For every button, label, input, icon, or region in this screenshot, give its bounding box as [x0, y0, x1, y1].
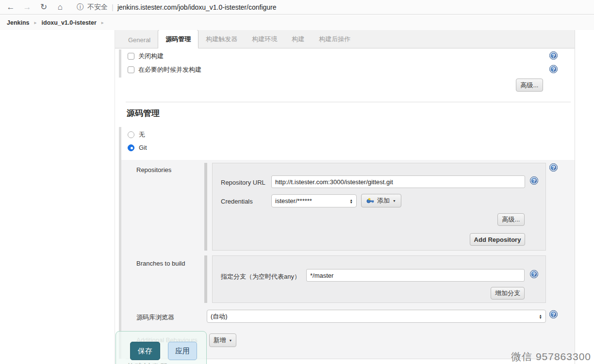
info-icon[interactable]: ⓘ [77, 3, 83, 12]
disable-build-label: 关闭构建 [138, 52, 164, 61]
tab-post-build-actions[interactable]: 构建后操作 [312, 30, 358, 48]
add-branch-button[interactable]: 增加分支 [491, 287, 525, 300]
help-icon[interactable]: ? [549, 65, 558, 73]
add-credentials-button[interactable]: 添加 ▼ [361, 194, 401, 207]
concurrent-build-label: 在必要的时候并发构建 [138, 65, 201, 74]
help-icon[interactable]: ? [549, 51, 558, 60]
tab-source-code-management[interactable]: 源码管理 [158, 30, 198, 48]
tab-general[interactable]: General [121, 32, 158, 48]
repository-url-label: Repository URL [221, 179, 265, 186]
watermark-text: 微信 957863300 [511, 350, 591, 364]
scm-git-label: Git [139, 144, 147, 151]
add-behaviour-label: 新增 [214, 336, 226, 345]
configure-panel: General 源码管理 构建触发器 构建环境 构建 构建后操作 关闭构建 ? … [115, 30, 575, 364]
scm-none-radio[interactable] [128, 131, 134, 138]
select-spinner-icon: ▲▼ [539, 314, 542, 319]
scm-git-radio[interactable] [128, 144, 134, 151]
scm-none-row: 无 [128, 130, 145, 139]
repository-panel: Repository URL ? Credentials istester/**… [212, 163, 546, 251]
add-repository-button[interactable]: Add Repository [470, 233, 525, 246]
config-tabbar: General 源码管理 构建触发器 构建环境 构建 构建后操作 [115, 30, 575, 48]
disable-build-row: 关闭构建 [128, 52, 164, 61]
help-icon[interactable]: ? [549, 310, 558, 318]
breadcrumb-arrow-icon: ▸ [101, 20, 104, 25]
save-button[interactable]: 保存 [130, 342, 160, 360]
concurrent-build-checkbox[interactable] [128, 66, 134, 73]
branch-indicator-bar [204, 255, 207, 303]
credentials-value: istester/****** [275, 197, 312, 205]
disable-build-checkbox[interactable] [128, 53, 134, 60]
back-icon[interactable]: ← [6, 2, 16, 12]
repository-url-input[interactable] [271, 175, 525, 188]
repo-browser-select[interactable]: (自动) ▲▼ [207, 310, 546, 323]
section-divider [126, 102, 571, 102]
forward-icon[interactable]: → [22, 2, 32, 12]
repo-browser-label: 源码库浏览器 [136, 313, 174, 322]
branch-specifier-label: 指定分支（为空时代表any） [221, 272, 300, 281]
branch-panel: 指定分支（为空时代表any） ? 增加分支 [212, 255, 546, 303]
credentials-select[interactable]: istester/****** ▲▼ [271, 194, 357, 207]
save-apply-panel: 保存 应用 [116, 331, 207, 364]
add-behaviour-button[interactable]: 新增 ▼ [209, 333, 236, 347]
tab-build[interactable]: 构建 [284, 30, 312, 48]
add-credentials-label: 添加 [377, 196, 390, 205]
repo-indicator-bar [204, 163, 207, 251]
credentials-label: Credentials [221, 198, 253, 205]
scm-none-label: 无 [139, 130, 145, 139]
branches-to-build-label: Branches to build [136, 260, 185, 267]
help-icon[interactable]: ? [530, 176, 538, 185]
tab-build-environment[interactable]: 构建环境 [245, 30, 284, 48]
chevron-down-icon: ▼ [393, 199, 396, 203]
help-icon[interactable]: ? [549, 163, 558, 172]
chevron-down-icon: ▼ [229, 339, 232, 342]
browser-toolbar: ← → ↻ ⌂ ⓘ 不安全 | jenkins.istester.com/job… [0, 0, 594, 15]
breadcrumb-jenkins[interactable]: Jenkins [7, 19, 30, 26]
scm-git-row: Git [128, 144, 147, 151]
breadcrumb-job[interactable]: idoxu_v1.0-istester [42, 19, 97, 26]
select-spinner-icon: ▲▼ [350, 199, 353, 204]
repository-advanced-button[interactable]: 高级... [497, 213, 525, 226]
address-divider: | [112, 3, 114, 11]
key-icon [366, 198, 374, 204]
url-text[interactable]: jenkins.istester.com/job/idoxu_v1.0-iste… [117, 3, 277, 11]
apply-button[interactable]: 应用 [168, 342, 197, 360]
breadcrumb-arrow-icon: ▸ [34, 20, 37, 25]
concurrent-build-row: 在必要的时候并发构建 [128, 65, 201, 74]
breadcrumb: Jenkins ▸ idoxu_v1.0-istester ▸ [0, 15, 594, 30]
repositories-label: Repositories [136, 166, 171, 174]
branch-specifier-input[interactable] [306, 269, 525, 282]
home-icon[interactable]: ⌂ [55, 2, 65, 12]
advanced-button[interactable]: 高级... [516, 79, 543, 92]
scm-section-title: 源码管理 [127, 108, 160, 119]
section-indicator-bar [119, 49, 121, 78]
tab-build-triggers[interactable]: 构建触发器 [198, 30, 245, 48]
repo-browser-value: (自动) [211, 312, 228, 321]
refresh-icon[interactable]: ↻ [39, 2, 49, 12]
security-label: 不安全 [87, 3, 108, 12]
help-icon[interactable]: ? [530, 270, 538, 278]
address-bar[interactable]: ⓘ 不安全 | jenkins.istester.com/job/idoxu_v… [77, 3, 277, 12]
